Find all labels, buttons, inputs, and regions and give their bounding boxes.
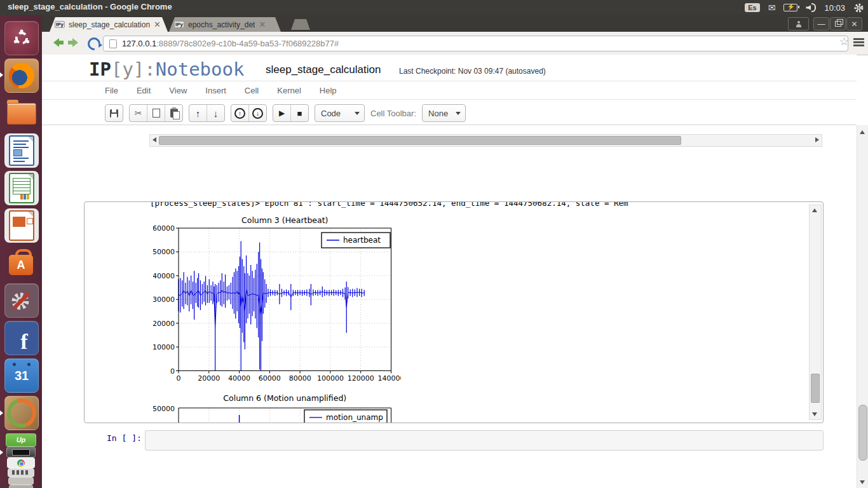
hscrollbar-thumb[interactable] <box>159 136 681 145</box>
notebook-menubar: File Edit View Insert Cell Kernel Help <box>42 81 857 100</box>
menu-cell[interactable]: Cell <box>245 86 259 95</box>
minimize-button[interactable]: — <box>813 17 829 30</box>
session-gear-icon[interactable] <box>853 3 864 13</box>
svg-text:100000: 100000 <box>317 374 344 381</box>
svg-text:40000: 40000 <box>228 374 250 381</box>
running-indicator <box>0 410 3 416</box>
output-cell[interactable]: [process_sleep_states]> Epoch 81 : start… <box>84 201 824 423</box>
launcher-item-calc[interactable] <box>4 171 39 205</box>
move-cell-down-button[interactable]: ↓ <box>207 105 224 121</box>
menu-view[interactable]: View <box>169 86 187 95</box>
menu-insert[interactable]: Insert <box>205 86 226 95</box>
output-hscrollbar[interactable] <box>149 134 822 147</box>
scissors-icon: ✂ <box>135 108 142 118</box>
motion-chart: Column 6 (Motion unamplified)50000motion… <box>153 391 401 423</box>
paste-icon <box>170 109 178 118</box>
tab-epochs-activity-det[interactable]: IPy epochs_activity_det ✕ <box>169 17 281 32</box>
ipython-favicon: IPy <box>55 21 65 28</box>
notebook-title[interactable]: sleep_stage_calculation <box>266 64 381 76</box>
back-button[interactable] <box>53 38 59 47</box>
forward-button[interactable] <box>72 38 78 47</box>
page-vscrollbar-thumb[interactable] <box>858 405 867 461</box>
paste-cell-button[interactable] <box>165 105 182 121</box>
svg-text:motion_unamp: motion_unamp <box>326 413 383 422</box>
profile-button[interactable] <box>788 17 809 30</box>
cell-type-select[interactable]: Code <box>315 104 365 122</box>
vscrollbar-thumb[interactable] <box>811 374 820 403</box>
page-vscrollbar[interactable] <box>857 125 868 488</box>
launcher-item-facebook[interactable]: f <box>4 321 39 355</box>
person-icon <box>796 24 801 27</box>
stack-app-drawer[interactable] <box>9 485 33 488</box>
code-input-cell[interactable] <box>145 430 824 451</box>
writer-icon <box>9 135 34 166</box>
page-icon <box>109 39 117 48</box>
save-button[interactable] <box>105 105 123 121</box>
run-cell-button[interactable]: ▶ <box>273 105 290 121</box>
menu-kernel[interactable]: Kernel <box>277 86 301 95</box>
launcher-item-dash[interactable] <box>4 21 39 55</box>
bookmark-star-icon[interactable]: ☆ <box>839 35 849 48</box>
move-cell-up-button[interactable]: ↑ <box>189 105 207 121</box>
svg-text:Column 6 (Motion unamplified): Column 6 (Motion unamplified) <box>223 393 346 403</box>
svg-text:60000: 60000 <box>153 224 175 233</box>
svg-text:30000: 30000 <box>153 295 175 304</box>
ipython-logo[interactable]: IP[y]:Notebook <box>89 58 244 80</box>
input-prompt: In [ ]: <box>107 433 142 443</box>
svg-text:10000: 10000 <box>153 343 175 351</box>
launcher-item-writer[interactable] <box>4 133 39 168</box>
menu-edit[interactable]: Edit <box>137 86 151 95</box>
launcher-item-impress[interactable] <box>4 208 39 243</box>
menu-help[interactable]: Help <box>320 86 337 95</box>
menu-icon[interactable] <box>853 38 864 46</box>
cut-cell-button[interactable]: ✂ <box>130 105 147 121</box>
stack-app-calculator[interactable] <box>8 468 34 477</box>
volume-icon[interactable] <box>806 3 816 12</box>
top-panel: sleep_stage_calculation - Google Chrome … <box>0 0 868 15</box>
launcher-item-files[interactable] <box>4 96 37 129</box>
stack-app-paint[interactable] <box>8 477 34 485</box>
reload-button[interactable] <box>85 35 103 53</box>
launcher-item-calendar[interactable]: 31 <box>4 358 39 393</box>
keyboard-indicator[interactable]: Es <box>745 3 759 12</box>
menu-file[interactable]: File <box>105 86 118 95</box>
interrupt-kernel-button[interactable]: ■ <box>290 105 308 121</box>
svg-text:50000: 50000 <box>153 405 175 413</box>
tab-strip: IPy sleep_stage_calculation ✕ IPy epochs… <box>42 15 868 32</box>
launcher-item-software-center[interactable]: A <box>4 246 37 279</box>
launcher-item-settings[interactable] <box>4 283 39 318</box>
tab-close-icon[interactable]: ✕ <box>259 20 266 29</box>
svg-text:80000: 80000 <box>289 374 311 381</box>
output-text: [process_sleep_states]> Epoch 81 : start… <box>150 201 798 210</box>
calendar-badge: 31 <box>15 369 29 383</box>
copy-cell-button[interactable] <box>147 105 165 121</box>
new-tab-button[interactable] <box>291 19 310 30</box>
next-cell-button[interactable]: ↓ <box>248 105 266 121</box>
running-indicator <box>0 450 3 455</box>
svg-text:40000: 40000 <box>153 272 175 280</box>
ubuntu-logo-icon <box>12 29 31 48</box>
pycharm-icon <box>2 393 41 432</box>
url-bar[interactable]: 127.0.0.1:8889/78c802e9-c10b-4a59-ba53-7… <box>103 36 848 51</box>
heartbeat-chart: Column 3 (Heartbeat)01000020000300004000… <box>153 214 401 381</box>
software-center-icon: A <box>9 255 33 275</box>
launcher-item-firefox[interactable] <box>4 58 39 93</box>
facebook-icon: f <box>20 330 27 354</box>
launcher-item-pycharm[interactable] <box>4 396 39 430</box>
prev-cell-button[interactable]: ↑ <box>231 105 248 121</box>
charging-bolt-icon: ⚡ <box>787 3 794 10</box>
stack-app-laptop[interactable] <box>6 447 36 458</box>
stack-app-up[interactable]: Up <box>6 433 36 447</box>
mail-icon[interactable]: ✉ <box>768 0 776 15</box>
close-button[interactable]: ✕ <box>846 17 862 30</box>
tab-sleep-stage-calculation[interactable]: IPy sleep_stage_calculation ✕ <box>50 17 168 32</box>
impress-icon <box>9 210 34 241</box>
battery-icon[interactable]: ⚡ <box>783 4 797 11</box>
output-vscrollbar[interactable] <box>809 205 822 420</box>
clock[interactable]: 10:03 <box>824 3 845 13</box>
stack-app-chrome[interactable] <box>7 458 35 468</box>
svg-text:20000: 20000 <box>198 374 220 381</box>
restore-button[interactable] <box>830 17 846 30</box>
cell-toolbar-select[interactable]: None <box>422 104 466 122</box>
tab-close-icon[interactable]: ✕ <box>154 20 161 29</box>
